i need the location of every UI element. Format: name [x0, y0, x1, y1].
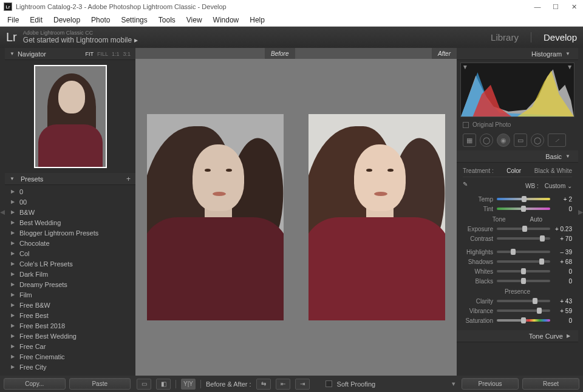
- menu-help[interactable]: Help: [245, 15, 270, 25]
- menu-view[interactable]: View: [182, 15, 207, 25]
- contrast-slider[interactable]: Contrast+ 70: [463, 234, 572, 243]
- ba-copy-right-button[interactable]: ⇥: [295, 379, 310, 390]
- menu-settings[interactable]: Settings: [116, 15, 152, 25]
- tint-slider[interactable]: Tint0: [463, 204, 572, 214]
- ba-lr-button[interactable]: ◧: [156, 379, 171, 390]
- right-panel-toggle[interactable]: ▶: [578, 48, 583, 376]
- nav-zoom-3-1[interactable]: 3:1: [123, 51, 131, 57]
- preset-folder[interactable]: ▶Free Cinematic: [5, 351, 135, 362]
- slider-thumb[interactable]: [539, 259, 544, 265]
- preset-folder[interactable]: ▶B&W: [5, 207, 135, 217]
- soft-proof-checkbox[interactable]: [326, 380, 332, 387]
- whites-slider[interactable]: Whites0: [463, 266, 572, 276]
- navigator-preview[interactable]: [5, 60, 135, 173]
- slider-thumb[interactable]: [521, 206, 526, 212]
- preset-folder[interactable]: ▶Free Car: [5, 341, 135, 351]
- preset-folder[interactable]: ▶Film: [5, 289, 135, 300]
- histogram-header[interactable]: Histogram ▼: [457, 48, 578, 60]
- slider-track[interactable]: [497, 260, 550, 263]
- mobile-link[interactable]: Get started with Lightroom mobile ▸: [23, 36, 138, 44]
- wb-dropdown[interactable]: Custom ⌄: [545, 183, 572, 189]
- slider-track[interactable]: [497, 198, 550, 200]
- maximize-button[interactable]: ☐: [547, 0, 565, 13]
- before-canvas[interactable]: [135, 59, 296, 376]
- slider-thumb[interactable]: [511, 249, 516, 255]
- slider-track[interactable]: [497, 319, 550, 322]
- preset-folder[interactable]: ▶Blogger Lightroom Presets: [5, 228, 135, 238]
- slider-track[interactable]: [497, 309, 550, 312]
- eyedropper-icon[interactable]: ✎: [463, 181, 472, 191]
- preset-folder[interactable]: ▶Col: [5, 248, 135, 259]
- exposure-slider[interactable]: Exposure+ 0.23: [463, 224, 572, 234]
- tone-curve-header[interactable]: Tone Curve ▶: [457, 330, 578, 342]
- menu-develop[interactable]: Develop: [49, 15, 85, 25]
- after-canvas[interactable]: [297, 59, 457, 376]
- toolbar-menu-button[interactable]: ▾: [452, 380, 455, 388]
- slider-thumb[interactable]: [522, 196, 527, 202]
- preset-folder[interactable]: ▶Dark Film: [5, 269, 135, 279]
- ba-copy-left-button[interactable]: ⇤: [276, 379, 290, 390]
- nav-zoom-fill[interactable]: FILL: [97, 51, 108, 57]
- preset-folder[interactable]: ▶Free Best: [5, 310, 135, 320]
- preset-folder[interactable]: ▶Free Best 2018: [5, 320, 135, 331]
- redeye-tool[interactable]: ◉: [497, 133, 510, 147]
- slider-track[interactable]: [497, 270, 550, 272]
- slider-thumb[interactable]: [537, 308, 542, 314]
- menu-photo[interactable]: Photo: [86, 15, 115, 25]
- clarity-slider[interactable]: Clarity+ 43: [463, 296, 572, 306]
- temp-slider[interactable]: Temp+ 2: [463, 194, 572, 204]
- histogram[interactable]: [460, 63, 574, 117]
- preset-folder[interactable]: ▶Free Best Wedding: [5, 331, 135, 341]
- slider-track[interactable]: [497, 237, 550, 240]
- loupe-view-button[interactable]: ▭: [137, 379, 151, 390]
- left-panel-toggle[interactable]: ◀: [0, 48, 5, 376]
- preset-folder[interactable]: ▶Cole's LR Presets: [5, 259, 135, 269]
- slider-thumb[interactable]: [521, 278, 526, 284]
- preset-folder[interactable]: ▶Free City: [5, 362, 135, 372]
- slider-thumb[interactable]: [521, 268, 526, 274]
- slider-track[interactable]: [497, 300, 550, 302]
- preset-folder[interactable]: ▶0: [5, 186, 135, 197]
- preset-folder[interactable]: ▶Dreamy Presets: [5, 279, 135, 289]
- ba-swap-button[interactable]: ⇆: [256, 379, 271, 390]
- copy-button[interactable]: Copy...: [4, 378, 66, 390]
- menu-window[interactable]: Window: [208, 15, 244, 25]
- radial-tool[interactable]: ◯: [531, 133, 544, 147]
- slider-track[interactable]: [497, 251, 550, 253]
- navigator-header[interactable]: ▼ Navigator FITFILL1:13:1: [5, 48, 135, 60]
- presets-header[interactable]: ▼ Presets +: [5, 173, 135, 185]
- nav-zoom-fit[interactable]: FIT: [85, 51, 94, 57]
- crop-tool[interactable]: ▦: [463, 133, 476, 147]
- ba-split-button[interactable]: Y|Y: [181, 379, 196, 390]
- module-library[interactable]: Library: [491, 32, 519, 42]
- previous-button[interactable]: Previous: [462, 378, 519, 390]
- module-develop[interactable]: Develop: [544, 32, 577, 42]
- treatment-bw[interactable]: Black & White: [534, 167, 572, 174]
- slider-track[interactable]: [497, 208, 550, 210]
- slider-thumb[interactable]: [533, 298, 537, 304]
- vibrance-slider[interactable]: Vibrance+ 59: [463, 306, 572, 316]
- basic-header[interactable]: Basic ▼: [457, 150, 578, 163]
- add-preset-button[interactable]: +: [126, 175, 131, 183]
- reset-button[interactable]: Reset: [522, 378, 579, 390]
- close-button[interactable]: ✕: [565, 0, 583, 13]
- treatment-color[interactable]: Color: [506, 167, 521, 174]
- slider-thumb[interactable]: [522, 226, 527, 232]
- slider-track[interactable]: [497, 280, 550, 282]
- slider-track[interactable]: [497, 228, 550, 230]
- spot-tool[interactable]: ◯: [480, 133, 493, 147]
- paste-button[interactable]: Paste: [69, 378, 131, 390]
- original-photo-toggle[interactable]: Original Photo: [457, 120, 578, 130]
- preset-folder[interactable]: ▶Free B&W: [5, 300, 135, 310]
- nav-zoom-1-1[interactable]: 1:1: [112, 51, 120, 57]
- minimize-button[interactable]: —: [528, 0, 547, 13]
- preset-folder[interactable]: ▶Chocolate: [5, 238, 135, 248]
- saturation-slider[interactable]: Saturation0: [463, 316, 572, 325]
- menu-edit[interactable]: Edit: [25, 15, 47, 25]
- blacks-slider[interactable]: Blacks0: [463, 276, 572, 286]
- menu-file[interactable]: File: [2, 15, 24, 25]
- menu-tools[interactable]: Tools: [154, 15, 180, 25]
- slider-thumb[interactable]: [521, 317, 526, 323]
- slider-thumb[interactable]: [540, 235, 545, 242]
- preset-folder[interactable]: ▶Best Wedding: [5, 217, 135, 228]
